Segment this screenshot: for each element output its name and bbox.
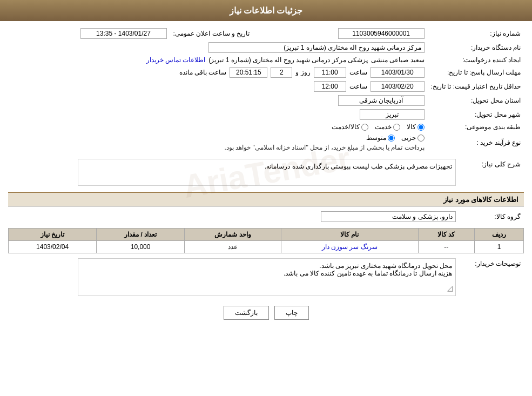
page-header: جزئیات اطلاعات نیاز	[0, 0, 532, 21]
buyer-name-label: نام دستگاه خریدار:	[428, 41, 524, 55]
process-part-radio[interactable]	[417, 135, 425, 142]
buyer-notes-label: توصیحات خریدار:	[459, 257, 524, 298]
province-value: آذربایجان شرقی	[338, 95, 425, 106]
announcement-date-label: تاریخ و ساعت اعلان عمومی:	[170, 26, 255, 41]
goods-group-value: دارو، پزشکی و سلامت	[321, 211, 456, 222]
general-desc-label: شرح کلی نیاز:	[459, 157, 524, 187]
process-label: نوع فرآیند خرید :	[428, 132, 524, 153]
category-service-label: خدمت	[375, 123, 392, 131]
category-service-radio[interactable]	[393, 124, 400, 131]
send-days-value: 2	[271, 67, 292, 78]
process-part-label: جزیی	[401, 134, 416, 142]
goods-group-label: گروه کالا:	[459, 210, 524, 224]
process-medium-option[interactable]: متوسط	[366, 134, 395, 142]
cell-goods-code: --	[418, 241, 474, 253]
creator-contact-link[interactable]: اطلاعات تماس خریدار	[146, 56, 206, 64]
goods-info-title: اطلاعات کالاهای مورد نیاز	[8, 192, 524, 207]
category-label: طبقه بندی موضوعی:	[428, 122, 524, 132]
price-date-value: 1403/02/20	[371, 81, 425, 92]
goods-group-section: گروه کالا: دارو، پزشکی و سلامت	[8, 210, 524, 224]
buyer-notes-section: توصیحات خریدار: محل تحویل درمانگاه شهید …	[8, 257, 524, 298]
resize-handle-icon: ⊿	[446, 283, 454, 294]
process-part-option[interactable]: جزیی	[401, 134, 425, 142]
cell-row-num: 1	[475, 241, 524, 253]
send-time-value: 11:00	[314, 67, 346, 78]
send-time-label: ساعت	[349, 69, 367, 76]
general-desc-value: تجهیزات مصرفی پزشکی طب لیست پیوستی بارگذ…	[265, 163, 452, 170]
cell-quantity: 10,000	[97, 241, 185, 253]
col-row-num: ردیف	[475, 229, 524, 241]
price-time-value: 12:00	[314, 81, 346, 92]
category-goods-label: کالا	[407, 123, 416, 131]
buyer-name-value: مرکز درمانی شهید روح اله مختاری (شماره 1…	[208, 42, 425, 53]
category-goods-service-option[interactable]: کالا/خدمت	[332, 123, 368, 131]
col-quantity: تعداد / مقدار	[97, 229, 185, 241]
process-medium-radio[interactable]	[388, 135, 395, 142]
city-value: تبریز	[360, 109, 425, 120]
send-remaining-value: 20:51:15	[230, 67, 267, 78]
send-deadline-label: مهلت ارسال پاسخ: تا تاریخ:	[428, 65, 524, 79]
buyer-notes-value: محل تحویل درمانگاه شهید مختاری تبریز می …	[82, 262, 452, 277]
send-remaining-label: ساعت باقی مانده	[179, 69, 227, 76]
page-title: جزئیات اطلاعات نیاز	[230, 6, 303, 15]
process-note: پرداخت تمام یا بخشی از مبلغ خرید، از محل…	[224, 144, 424, 151]
cell-goods-name[interactable]: سرنگ سر سوزن دار	[281, 241, 418, 253]
tender-number-value: 1103005946000001	[338, 28, 425, 39]
cell-unit: عدد	[185, 241, 281, 253]
table-row: 1 -- سرنگ سر سوزن دار عدد 10,000 1403/02…	[9, 241, 524, 253]
col-goods-code: کد کالا	[418, 229, 474, 241]
announcement-date-value: 1403/01/27 - 13:35	[80, 28, 167, 39]
bottom-buttons: چاپ بازگشت	[8, 306, 524, 320]
send-days-label: روز و	[295, 69, 310, 76]
process-medium-label: متوسط	[366, 134, 386, 142]
print-button[interactable]: چاپ	[274, 306, 309, 320]
info-table: شماره نیاز: 1103005946000001 تاریخ و ساع…	[8, 26, 524, 153]
category-goods-service-radio[interactable]	[361, 124, 368, 131]
province-label: استان محل تحویل:	[428, 93, 524, 108]
creator-label: ایجاد کننده درخواست:	[428, 55, 524, 65]
category-goods-radio[interactable]	[417, 124, 425, 131]
col-goods-name: نام کالا	[281, 229, 418, 241]
tender-number-label: شماره نیاز:	[428, 26, 524, 41]
category-goods-service-label: کالا/خدمت	[332, 123, 359, 131]
general-desc-section: شرح کلی نیاز: تجهیزات مصرفی پزشکی طب لیس…	[8, 157, 524, 187]
cell-date: 1403/02/04	[9, 241, 97, 253]
col-unit: واحد شمارش	[185, 229, 281, 241]
price-validity-label: حداقل تاریخ اعتبار قیمت: تا تاریخ:	[428, 79, 524, 93]
goods-table: ردیف کد کالا نام کالا واحد شمارش تعداد /…	[8, 228, 524, 253]
city-label: شهر محل تحویل:	[428, 108, 524, 122]
price-time-label: ساعت	[349, 83, 367, 90]
send-date-value: 1403/01/30	[371, 67, 425, 78]
col-date: تاریخ نیاز	[9, 229, 97, 241]
creator-name: سعید صباعی منشی	[371, 56, 425, 64]
back-button[interactable]: بازگشت	[224, 306, 269, 320]
category-service-option[interactable]: خدمت	[375, 123, 400, 131]
creator-org: پزشکی مرکز درمانی شهید روح اله مختاری (ش…	[208, 56, 368, 64]
category-goods-option[interactable]: کالا	[407, 123, 425, 131]
